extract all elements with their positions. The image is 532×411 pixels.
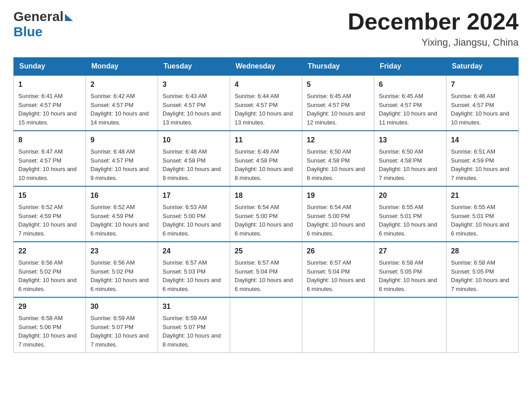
calendar-day-18: 18Sunrise: 6:54 AMSunset: 5:00 PMDayligh… — [230, 186, 302, 242]
sunset-label: Sunset: 4:59 PM — [451, 157, 494, 164]
daylight-label: Daylight: 10 hours and 12 minutes. — [307, 110, 365, 126]
title-section: December 2024 Yixing, Jiangsu, China — [348, 9, 519, 48]
sunset-label: Sunset: 5:01 PM — [451, 213, 494, 219]
logo: General Blue — [13, 9, 73, 39]
daylight-label: Daylight: 10 hours and 6 minutes. — [18, 277, 77, 292]
sunrise-label: Sunrise: 6:53 AM — [163, 204, 207, 210]
sunset-label: Sunset: 4:57 PM — [235, 102, 278, 108]
calendar-week-1: 1Sunrise: 6:41 AMSunset: 4:57 PMDaylight… — [14, 75, 519, 131]
sunrise-label: Sunrise: 6:57 AM — [307, 259, 351, 266]
sunrise-label: Sunrise: 6:57 AM — [163, 259, 207, 266]
sunrise-label: Sunrise: 6:51 AM — [451, 148, 495, 155]
calendar-day-20: 20Sunrise: 6:55 AMSunset: 5:01 PMDayligh… — [374, 186, 446, 242]
day-number: 24 — [163, 246, 225, 257]
daylight-label: Daylight: 10 hours and 8 minutes. — [235, 166, 293, 181]
sunset-label: Sunset: 5:00 PM — [307, 213, 350, 219]
day-number: 28 — [451, 246, 514, 257]
sunset-label: Sunset: 4:57 PM — [18, 157, 61, 164]
calendar-day-31: 31Sunrise: 6:59 AMSunset: 5:07 PMDayligh… — [158, 297, 230, 353]
sunset-label: Sunset: 4:57 PM — [163, 102, 206, 108]
sunset-label: Sunset: 4:57 PM — [90, 157, 133, 164]
daylight-label: Daylight: 10 hours and 11 minutes. — [379, 110, 437, 126]
sunrise-label: Sunrise: 6:56 AM — [18, 259, 63, 266]
daylight-label: Daylight: 10 hours and 6 minutes. — [163, 277, 221, 292]
day-number: 14 — [451, 135, 514, 146]
sunrise-label: Sunrise: 6:59 AM — [90, 315, 135, 321]
sunset-label: Sunset: 5:05 PM — [379, 268, 422, 275]
day-number: 2 — [90, 79, 153, 90]
sunrise-label: Sunrise: 6:44 AM — [235, 93, 279, 99]
daylight-label: Daylight: 10 hours and 7 minutes. — [90, 332, 149, 348]
day-header-thursday: Thursday — [302, 58, 374, 76]
daylight-label: Daylight: 10 hours and 9 minutes. — [90, 166, 149, 181]
daylight-label: Daylight: 10 hours and 8 minutes. — [163, 332, 221, 348]
day-header-sunday: Sunday — [14, 58, 86, 76]
sunrise-label: Sunrise: 6:54 AM — [235, 204, 279, 210]
sunset-label: Sunset: 4:58 PM — [163, 157, 206, 164]
day-number: 31 — [163, 301, 225, 312]
sunrise-label: Sunrise: 6:57 AM — [235, 259, 279, 266]
sunrise-label: Sunrise: 6:55 AM — [379, 204, 423, 210]
sunrise-label: Sunrise: 6:54 AM — [307, 204, 351, 210]
calendar-week-4: 22Sunrise: 6:56 AMSunset: 5:02 PMDayligh… — [14, 242, 519, 297]
calendar-day-23: 23Sunrise: 6:56 AMSunset: 5:02 PMDayligh… — [86, 242, 158, 297]
day-number: 15 — [18, 190, 81, 201]
calendar-day-4: 4Sunrise: 6:44 AMSunset: 4:57 PMDaylight… — [230, 75, 302, 131]
sunset-label: Sunset: 5:05 PM — [451, 268, 494, 275]
sunrise-label: Sunrise: 6:48 AM — [90, 148, 135, 155]
calendar-day-6: 6Sunrise: 6:45 AMSunset: 4:57 PMDaylight… — [374, 75, 446, 131]
month-title: December 2024 — [348, 9, 519, 34]
calendar-day-8: 8Sunrise: 6:47 AMSunset: 4:57 PMDaylight… — [14, 131, 86, 186]
sunrise-label: Sunrise: 6:43 AM — [163, 93, 207, 99]
calendar-day-empty — [446, 297, 519, 353]
day-number: 30 — [90, 301, 153, 312]
sunset-label: Sunset: 4:57 PM — [90, 102, 133, 108]
daylight-label: Daylight: 10 hours and 6 minutes. — [163, 221, 221, 237]
sunrise-label: Sunrise: 6:45 AM — [307, 93, 351, 99]
calendar-day-12: 12Sunrise: 6:50 AMSunset: 4:58 PMDayligh… — [302, 131, 374, 186]
day-number: 29 — [18, 301, 81, 312]
sunset-label: Sunset: 5:02 PM — [90, 268, 133, 275]
daylight-label: Daylight: 10 hours and 6 minutes. — [379, 277, 437, 292]
calendar-day-29: 29Sunrise: 6:58 AMSunset: 5:06 PMDayligh… — [14, 297, 86, 353]
logo-blue-text: Blue — [13, 24, 43, 39]
sunrise-label: Sunrise: 6:47 AM — [18, 148, 63, 155]
logo-arrow-icon — [65, 14, 73, 21]
day-number: 13 — [379, 135, 442, 146]
daylight-label: Daylight: 10 hours and 7 minutes. — [379, 166, 437, 181]
sunset-label: Sunset: 4:58 PM — [235, 157, 278, 164]
day-number: 19 — [307, 190, 369, 201]
day-header-tuesday: Tuesday — [158, 58, 230, 76]
calendar-header-row: SundayMondayTuesdayWednesdayThursdayFrid… — [14, 58, 519, 76]
sunset-label: Sunset: 4:59 PM — [90, 213, 133, 219]
calendar-day-empty — [374, 297, 446, 353]
daylight-label: Daylight: 10 hours and 6 minutes. — [451, 221, 509, 237]
calendar-day-27: 27Sunrise: 6:58 AMSunset: 5:05 PMDayligh… — [374, 242, 446, 297]
sunset-label: Sunset: 4:57 PM — [379, 102, 422, 108]
daylight-label: Daylight: 10 hours and 15 minutes. — [18, 110, 77, 126]
calendar-table: SundayMondayTuesdayWednesdayThursdayFrid… — [13, 57, 519, 353]
day-number: 20 — [379, 190, 442, 201]
calendar-day-14: 14Sunrise: 6:51 AMSunset: 4:59 PMDayligh… — [446, 131, 519, 186]
daylight-label: Daylight: 10 hours and 7 minutes. — [18, 221, 77, 237]
sunset-label: Sunset: 5:00 PM — [163, 213, 206, 219]
calendar-day-25: 25Sunrise: 6:57 AMSunset: 5:04 PMDayligh… — [230, 242, 302, 297]
calendar-day-7: 7Sunrise: 6:46 AMSunset: 4:57 PMDaylight… — [446, 75, 519, 131]
logo-general-text: General — [13, 9, 64, 24]
sunrise-label: Sunrise: 6:49 AM — [235, 148, 279, 155]
day-number: 3 — [163, 79, 225, 90]
sunset-label: Sunset: 5:02 PM — [18, 268, 61, 275]
calendar-day-28: 28Sunrise: 6:58 AMSunset: 5:05 PMDayligh… — [446, 242, 519, 297]
daylight-label: Daylight: 10 hours and 6 minutes. — [90, 277, 149, 292]
day-header-saturday: Saturday — [446, 58, 519, 76]
calendar-day-2: 2Sunrise: 6:42 AMSunset: 4:57 PMDaylight… — [86, 75, 158, 131]
calendar-day-22: 22Sunrise: 6:56 AMSunset: 5:02 PMDayligh… — [14, 242, 86, 297]
day-number: 17 — [163, 190, 225, 201]
day-number: 4 — [235, 79, 297, 90]
sunset-label: Sunset: 5:04 PM — [235, 268, 278, 275]
calendar-day-10: 10Sunrise: 6:48 AMSunset: 4:58 PMDayligh… — [158, 131, 230, 186]
daylight-label: Daylight: 10 hours and 6 minutes. — [235, 221, 293, 237]
sunset-label: Sunset: 4:57 PM — [18, 102, 61, 108]
daylight-label: Daylight: 10 hours and 14 minutes. — [90, 110, 149, 126]
sunset-label: Sunset: 5:03 PM — [163, 268, 206, 275]
